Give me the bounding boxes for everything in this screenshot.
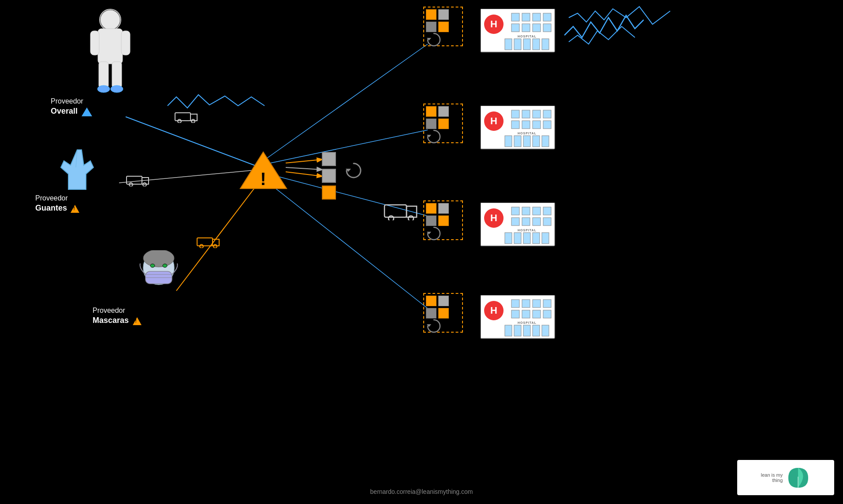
logo-text-line1: lean is my (761, 472, 783, 478)
svg-rect-85 (543, 207, 551, 215)
svg-rect-30 (127, 176, 142, 184)
svg-rect-112 (542, 325, 549, 336)
svg-rect-70 (533, 121, 541, 129)
svg-rect-100 (511, 300, 519, 308)
hospital-building-3: H HOSPITAL (481, 203, 556, 248)
logo-leaf-icon (786, 466, 810, 490)
hospital-building-4: H HOSPITAL (481, 295, 556, 341)
svg-line-4 (286, 167, 322, 170)
svg-rect-91 (514, 233, 521, 244)
truck-overall (174, 107, 198, 125)
logo-box: lean is my thing (737, 460, 834, 495)
hospital-cluster-2 (423, 104, 463, 143)
svg-rect-90 (505, 233, 512, 244)
truck-middle-right (384, 198, 419, 222)
svg-line-9 (260, 176, 428, 308)
svg-rect-52 (533, 24, 541, 32)
svg-rect-104 (511, 310, 519, 318)
mascaras-figure (137, 250, 181, 300)
svg-point-17 (97, 85, 110, 93)
svg-text:H: H (490, 305, 497, 316)
svg-point-21 (143, 250, 174, 267)
svg-point-22 (150, 264, 155, 267)
svg-rect-49 (543, 13, 551, 21)
svg-text:HOSPITAL: HOSPITAL (518, 132, 537, 135)
supplier-overall-label: Proveedor Overall (51, 97, 92, 116)
svg-point-18 (111, 85, 123, 93)
svg-text:H: H (490, 212, 497, 223)
truck-mascaras (196, 233, 220, 250)
svg-point-37 (388, 216, 394, 220)
svg-rect-75 (533, 136, 540, 147)
svg-text:HOSPITAL: HOSPITAL (518, 321, 537, 324)
hospital-building-1: H HOSPITAL (481, 9, 556, 55)
svg-rect-14 (121, 31, 130, 55)
hospital-cluster-3 (423, 200, 463, 240)
svg-rect-94 (542, 233, 549, 244)
svg-rect-16 (112, 62, 122, 88)
svg-rect-111 (533, 325, 540, 336)
svg-rect-69 (522, 121, 530, 129)
svg-rect-92 (523, 233, 530, 244)
hospital-cluster-4 (423, 293, 463, 333)
warning-triangle-mascaras (133, 317, 142, 325)
svg-rect-86 (511, 218, 519, 226)
demand-chart-1 (564, 9, 644, 44)
svg-rect-36 (384, 205, 407, 217)
svg-rect-73 (514, 136, 521, 147)
blue-triangle-overall (82, 107, 92, 116)
footer-email: bernardo.correia@leanismything.com (0, 488, 843, 495)
svg-text:H: H (490, 19, 497, 30)
svg-rect-50 (511, 24, 519, 32)
svg-rect-12 (98, 29, 123, 64)
svg-rect-46 (511, 13, 519, 21)
svg-rect-55 (514, 39, 521, 50)
svg-rect-68 (511, 121, 519, 129)
svg-rect-48 (533, 13, 541, 21)
svg-rect-107 (543, 310, 551, 318)
glove-figure (57, 145, 97, 196)
hospital-building-2: H HOSPITAL (481, 106, 556, 152)
svg-rect-105 (522, 310, 530, 318)
svg-rect-103 (543, 300, 551, 308)
svg-rect-72 (505, 136, 512, 147)
svg-rect-66 (533, 110, 541, 118)
svg-rect-87 (522, 218, 530, 226)
svg-rect-54 (505, 39, 512, 50)
svg-text:!: ! (260, 169, 266, 189)
svg-rect-51 (522, 24, 530, 32)
supplier-guantes-label: Proveedor Guantes (35, 194, 79, 213)
svg-rect-89 (543, 218, 551, 226)
svg-line-3 (286, 159, 322, 163)
svg-rect-82 (511, 207, 519, 215)
svg-text:H: H (490, 115, 497, 126)
svg-rect-33 (197, 238, 213, 246)
svg-rect-27 (175, 113, 190, 121)
svg-rect-53 (543, 24, 551, 32)
svg-line-6 (260, 44, 428, 163)
svg-rect-83 (522, 207, 530, 215)
svg-rect-110 (523, 325, 530, 336)
svg-rect-64 (511, 110, 519, 118)
svg-rect-65 (522, 110, 530, 118)
svg-rect-74 (523, 136, 530, 147)
svg-rect-71 (543, 121, 551, 129)
svg-rect-13 (90, 31, 99, 55)
svg-rect-47 (522, 13, 530, 21)
svg-rect-76 (542, 136, 549, 147)
svg-text:HOSPITAL: HOSPITAL (518, 229, 537, 232)
hospital-cluster-1 (423, 7, 463, 46)
warning-triangle-guantes (71, 205, 79, 213)
svg-rect-58 (542, 39, 549, 50)
svg-line-5 (286, 172, 322, 176)
svg-rect-101 (522, 300, 530, 308)
svg-rect-56 (523, 39, 530, 50)
supplier-mascaras-label: Proveedor Mascaras (93, 306, 142, 326)
svg-rect-108 (505, 325, 512, 336)
svg-rect-88 (533, 218, 541, 226)
svg-point-10 (101, 10, 120, 30)
svg-rect-15 (99, 62, 108, 88)
center-warning-triangle: ! (238, 150, 289, 193)
svg-rect-109 (514, 325, 521, 336)
svg-point-38 (408, 216, 414, 220)
